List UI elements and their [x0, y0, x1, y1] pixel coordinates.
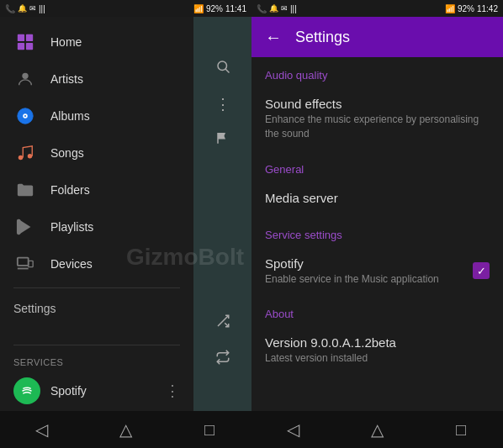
left-content-area: Home Artists: [0, 17, 252, 411]
signal-icon: |||: [39, 4, 45, 13]
version-item[interactable]: Version 9.0.0.A.1.2beta Latest version i…: [252, 325, 503, 376]
spotify-settings-title: Spotify: [265, 256, 439, 271]
section-title-audio: Audio quality: [252, 57, 503, 87]
spotify-more-icon[interactable]: ⋮: [165, 382, 180, 400]
sound-effects-title: Sound effects: [265, 97, 490, 111]
right-status-icons-left: 📞 🔔 ✉ |||: [257, 4, 297, 13]
version-title: Version 9.0.0.A.1.2beta: [265, 335, 490, 350]
home-button-right[interactable]: △: [356, 411, 398, 448]
spotify-name: Spotify: [50, 384, 155, 398]
right-message-icon: ✉: [281, 4, 288, 13]
right-time-display: 11:42: [477, 4, 498, 13]
recent-button-left[interactable]: □: [188, 411, 230, 448]
svg-rect-11: [18, 220, 20, 235]
svg-point-16: [218, 61, 227, 71]
sidebar-item-label-artists: Artists: [50, 72, 83, 86]
folders-icon: [13, 178, 37, 202]
home-button-left[interactable]: △: [104, 411, 146, 448]
spotify-checkbox[interactable]: ✓: [473, 262, 490, 279]
sidebar-nav: Home Artists: [0, 17, 193, 411]
right-wifi-icon: 📶: [445, 4, 455, 13]
mini-controls-panel: ⋮: [193, 17, 252, 411]
home-icon: [13, 30, 37, 54]
right-panel: 📞 🔔 ✉ ||| 📶 92% 11:42 ← Settings Audio q…: [252, 0, 503, 448]
sidebar-settings[interactable]: Settings: [0, 293, 193, 324]
time-display: 11:41: [225, 4, 246, 13]
recent-button-right[interactable]: □: [440, 411, 482, 448]
divider-1: [13, 287, 180, 288]
svg-rect-1: [26, 34, 33, 41]
svg-point-15: [20, 384, 34, 398]
section-title-general: General: [252, 151, 503, 181]
sidebar-item-albums[interactable]: Albums: [0, 98, 193, 134]
battery-icon: 92%: [206, 4, 223, 13]
phone-icon: 📞: [5, 4, 15, 13]
spotify-service-settings-item[interactable]: Spotify Enable service in the Music appl…: [252, 246, 503, 297]
media-server-title: Media server: [265, 191, 490, 205]
more-mini-btn[interactable]: ⋮: [215, 95, 230, 113]
search-mini-btn[interactable]: [215, 59, 230, 78]
flag-mini-btn[interactable]: [215, 130, 230, 150]
divider-2: [13, 345, 180, 345]
version-subtitle: Latest version installed: [265, 351, 490, 366]
sidebar-item-label-playlists: Playlists: [50, 220, 93, 234]
settings-header: ← Settings: [252, 17, 503, 57]
right-signal-icon: |||: [290, 4, 297, 13]
svg-rect-12: [18, 258, 29, 266]
svg-point-4: [22, 73, 28, 79]
left-bottom-nav: ◁ △ □: [0, 411, 252, 448]
settings-content: Audio quality Sound effects Enhance the …: [252, 57, 503, 411]
sidebar-item-devices[interactable]: Devices: [0, 245, 193, 282]
shuffle-mini-btn[interactable]: [215, 314, 230, 333]
spotify-settings-text: Spotify Enable service in the Music appl…: [265, 256, 439, 287]
status-icons-left: 📞 🔔 ✉ |||: [5, 4, 45, 13]
svg-marker-10: [20, 220, 31, 235]
songs-icon: [13, 141, 37, 165]
svg-rect-0: [18, 34, 24, 41]
status-icons-right: 📶 92% 11:41: [193, 4, 246, 13]
right-bottom-nav: ◁ △ □: [252, 411, 503, 448]
svg-rect-3: [26, 43, 33, 50]
sidebar-item-label-devices: Devices: [50, 257, 93, 271]
sidebar-item-songs[interactable]: Songs: [0, 134, 193, 171]
message-icon: ✉: [29, 4, 36, 13]
artists-icon: [13, 67, 37, 91]
svg-line-17: [225, 69, 230, 73]
media-server-item[interactable]: Media server: [252, 181, 503, 217]
left-panel: 📞 🔔 ✉ ||| 📶 92% 11:41: [0, 0, 252, 448]
sidebar-item-label-home: Home: [50, 35, 82, 49]
spotify-settings-subtitle: Enable service in the Music application: [265, 272, 439, 287]
sidebar-item-playlists[interactable]: Playlists: [0, 208, 193, 245]
settings-page-title: Settings: [295, 29, 350, 46]
right-battery-icon: 92%: [458, 4, 474, 13]
right-status-bar: 📞 🔔 ✉ ||| 📶 92% 11:42: [252, 0, 503, 17]
svg-point-7: [24, 115, 26, 117]
repeat-mini-btn[interactable]: [215, 350, 230, 369]
playlists-icon: [13, 215, 37, 239]
back-button-settings[interactable]: ←: [265, 28, 282, 47]
sidebar-item-home[interactable]: Home: [0, 24, 193, 61]
spotify-icon: [13, 377, 40, 404]
sidebar-item-folders[interactable]: Folders: [0, 171, 193, 208]
spotify-service-item[interactable]: Spotify ⋮: [0, 371, 193, 411]
sidebar-item-artists[interactable]: Artists: [0, 61, 193, 98]
devices-icon: [13, 252, 37, 276]
svg-point-8: [19, 155, 24, 161]
back-button-left[interactable]: ◁: [21, 411, 63, 448]
sound-effects-item[interactable]: Sound effects Enhance the music experien…: [252, 87, 503, 151]
wifi-icon: 📶: [193, 4, 204, 13]
right-phone-icon: 📞: [257, 4, 267, 13]
notification-icon: 🔔: [18, 4, 27, 13]
services-section-label: Services: [0, 350, 193, 371]
sidebar-item-label-folders: Folders: [50, 183, 90, 197]
sound-effects-subtitle: Enhance the music experience by personal…: [265, 113, 490, 141]
right-status-icons-right: 📶 92% 11:42: [445, 4, 498, 13]
sidebar-item-label-albums: Albums: [50, 109, 90, 123]
spotify-settings-row: Spotify Enable service in the Music appl…: [265, 256, 490, 287]
svg-rect-2: [18, 43, 24, 50]
sidebar-spacer: [0, 324, 193, 340]
section-title-about: About: [252, 296, 503, 325]
svg-point-9: [28, 154, 33, 159]
back-button-right[interactable]: ◁: [273, 411, 315, 448]
right-notification-icon: 🔔: [269, 4, 278, 13]
